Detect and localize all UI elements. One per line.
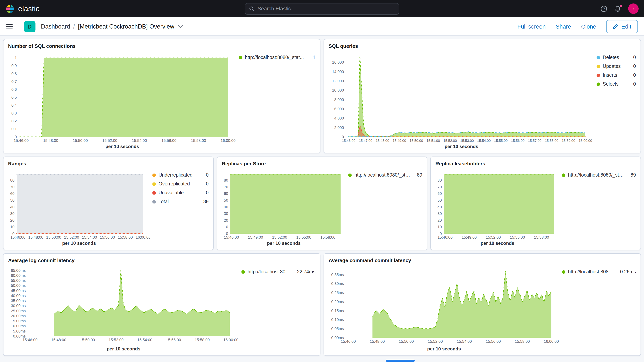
tick-label: 20 xyxy=(438,218,442,222)
legend-item[interactable]: Overreplicated0 xyxy=(152,181,209,186)
tick-label: 60 xyxy=(10,192,14,196)
tick-label: 15:52:00 xyxy=(64,235,79,240)
tick-label: 16:00:00 xyxy=(223,338,238,342)
area-series-leaseholders xyxy=(444,174,554,234)
tick-label: 15:58:00 xyxy=(320,235,336,240)
tick-label: 0.3 xyxy=(12,111,17,115)
chart-plot-area[interactable]: 00.10.20.30.40.50.60.70.80.9115:46:0015:… xyxy=(8,51,236,143)
legend-item[interactable]: http://localhost:8080/_sta...89 xyxy=(348,172,422,178)
chart-plot-area[interactable]: 0102030405060708015:46:0015:49:0015:52:0… xyxy=(222,168,346,240)
panel-title: Number of SQL connections xyxy=(8,42,316,50)
legend-swatch xyxy=(596,64,600,68)
legend-item[interactable]: Deletes0 xyxy=(596,55,636,60)
top-navigation-bar: elastic ? xyxy=(0,0,644,17)
chart-plot-area[interactable]: 02,0004,0006,0008,00010,00012,00014,0001… xyxy=(328,51,594,143)
tick-label: 25.00ms xyxy=(11,309,26,313)
tick-label: 15:50:00 xyxy=(46,235,61,240)
chart-plot-area[interactable]: 0.00ms5.00ms10.00ms15.00ms20.00ms25.00ms… xyxy=(8,265,239,346)
tick-label: 15:54:00 xyxy=(82,235,97,240)
legend-value: 1 xyxy=(310,55,316,60)
legend-item[interactable]: Updates0 xyxy=(596,64,636,69)
panel-sql-queries: SQL queries 02,0004,0006,0008,00010,0001… xyxy=(324,39,641,154)
tick-label: 15:54:00 xyxy=(477,139,491,143)
tick-label: 0.30ms xyxy=(331,282,344,286)
tick-label: 16:00:00 xyxy=(220,138,236,143)
x-axis-label: per 10 seconds xyxy=(328,143,594,150)
chart-plot-area[interactable]: 0.00ms0.05ms0.10ms0.15ms0.20ms0.25ms0.30… xyxy=(328,265,560,346)
legend-value: 0 xyxy=(630,64,636,69)
tick-label: 10 xyxy=(10,225,14,229)
panel-title: Replicas per Store xyxy=(222,160,422,168)
tick-label: 5.00ms xyxy=(13,329,26,333)
tick-label: 40 xyxy=(224,205,228,209)
tick-label: 15:59:00 xyxy=(562,139,575,143)
toolbar-actions: Full screen Share Clone Edit xyxy=(517,20,638,33)
elastic-brand[interactable]: elastic xyxy=(6,4,40,13)
x-axis-label: per 10 seconds xyxy=(222,240,346,247)
legend-swatch xyxy=(239,56,242,59)
tick-label: 15:54:00 xyxy=(132,138,147,143)
chart-plot-area[interactable]: 0102030405060708015:46:0015:48:0015:50:0… xyxy=(8,168,150,240)
tick-label: 15:52:00 xyxy=(443,139,457,143)
horizontal-scrollbar-thumb[interactable] xyxy=(386,360,415,362)
tick-label: 1 xyxy=(15,56,17,60)
legend-item[interactable]: Unavailable0 xyxy=(152,190,209,196)
chart-canvas: 00.10.20.30.40.50.60.70.80.9115:46:0015:… xyxy=(8,51,236,143)
legend-item[interactable]: http://localhost:8080/_sta...89 xyxy=(562,172,636,178)
header-actions: ? r xyxy=(600,4,638,14)
legend-item[interactable]: Inserts0 xyxy=(596,72,636,78)
space-badge[interactable]: D xyxy=(24,21,36,32)
legend-item[interactable]: http://localhost:808...22.74ms xyxy=(242,269,316,274)
tick-label: 12,000 xyxy=(332,79,344,83)
legend-item[interactable]: Total89 xyxy=(152,199,209,204)
edit-button[interactable]: Edit xyxy=(606,20,638,33)
tick-label: 80 xyxy=(438,178,442,182)
x-axis-label: per 10 seconds xyxy=(328,346,560,352)
help-icon[interactable]: ? xyxy=(600,5,607,12)
dashboard-toolbar: D Dashboard / [Metricbeat CockroachDB] O… xyxy=(0,17,644,36)
tick-label: 10,000 xyxy=(332,88,344,92)
legend-swatch xyxy=(596,82,600,86)
chart-legend: http://localhost:808...22.74ms xyxy=(239,265,316,352)
global-search[interactable] xyxy=(245,3,399,14)
chart-plot-area[interactable]: 0102030405060708015:46:0015:49:0015:52:0… xyxy=(435,168,560,240)
legend-item[interactable]: http://localhost:8080/_stat...1 xyxy=(239,55,316,60)
tick-label: 30 xyxy=(224,212,228,216)
tick-label: 0.2 xyxy=(12,119,17,123)
clone-button[interactable]: Clone xyxy=(581,23,596,30)
legend-item[interactable]: Selects0 xyxy=(596,81,636,87)
newsfeed-bell-icon[interactable] xyxy=(614,5,621,12)
hamburger-menu-icon[interactable] xyxy=(0,17,19,36)
legend-item[interactable]: http://localhost:8080...0.26ms xyxy=(562,269,636,274)
tick-label: 15:46:00 xyxy=(10,235,26,240)
user-avatar[interactable]: r xyxy=(628,4,638,14)
tick-label: 10.00ms xyxy=(11,324,26,328)
tick-label: 8,000 xyxy=(334,98,344,102)
tick-label: 4,000 xyxy=(334,116,344,120)
search-input[interactable] xyxy=(258,6,395,12)
full-screen-button[interactable]: Full screen xyxy=(517,23,546,30)
title-chevron-down-icon[interactable] xyxy=(178,25,183,28)
tick-label: 0.6 xyxy=(12,87,17,92)
tick-label: 15:56:00 xyxy=(100,235,115,240)
panel-average-command-commit-latency: Average command commit latency 0.00ms0.0… xyxy=(324,253,641,356)
breadcrumb-dashboard-link[interactable]: Dashboard xyxy=(41,23,70,30)
panel-title: Replica leaseholders xyxy=(435,160,636,168)
tick-label: 15:49:00 xyxy=(392,139,406,143)
chart-legend: http://localhost:8080...0.26ms xyxy=(560,265,636,352)
tick-label: 35.00ms xyxy=(11,298,26,303)
legend-value: 0 xyxy=(630,55,636,60)
tick-label: 15:56:00 xyxy=(162,138,176,143)
legend-label: http://localhost:8080/_stat... xyxy=(245,55,304,60)
legend-swatch xyxy=(152,173,156,177)
panel-title: Ranges xyxy=(8,160,209,168)
legend-value: 22.74ms xyxy=(294,269,316,274)
share-button[interactable]: Share xyxy=(556,23,571,30)
legend-item[interactable]: Underreplicated0 xyxy=(152,172,209,178)
tick-label: 15:46:00 xyxy=(14,138,29,143)
legend-swatch xyxy=(596,74,600,77)
legend-value: 0 xyxy=(203,190,209,196)
chart-legend: http://localhost:8080/_sta...89 xyxy=(346,168,422,247)
tick-label: 0.15ms xyxy=(331,308,344,313)
tick-label: 20.00ms xyxy=(11,314,26,318)
